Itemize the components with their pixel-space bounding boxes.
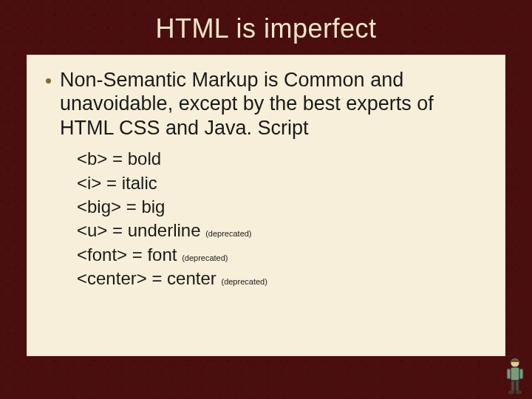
svg-rect-2 [507,369,511,379]
svg-point-7 [516,391,522,395]
svg-rect-1 [511,367,519,381]
person-icon [502,356,528,395]
tag-text: <font> [77,245,127,265]
sub-list: <b> = bold <i> = italic <big> = big <u> … [77,147,486,290]
svg-rect-5 [516,381,519,391]
list-item: <center> = center (deprecated) [77,267,486,290]
deprecated-note: (deprecated) [182,253,228,262]
bullet-icon [46,78,51,83]
slide: HTML is imperfect Non-Semantic Markup is… [0,0,532,399]
deprecated-note: (deprecated) [205,229,251,238]
tag-label: = italic [101,173,157,193]
tag-text: <big> [77,197,121,216]
list-item: <b> = bold [77,147,486,171]
list-item: <big> = big [77,195,486,219]
tag-text: <center> [77,268,147,288]
svg-point-6 [508,391,514,395]
content-box: Non-Semantic Markup is Common and unavoi… [27,55,505,356]
tag-label: = underline [107,220,205,240]
list-item: <i> = italic [77,171,486,195]
tag-text: <i> [77,173,101,193]
list-item: <font> = font (deprecated) [77,243,486,267]
tag-text: <b> [77,149,107,168]
svg-rect-3 [519,369,523,379]
tag-text: <u> [77,220,107,240]
svg-rect-4 [511,381,514,391]
bullet-row: Non-Semantic Markup is Common and unavoi… [46,68,486,140]
bullet-text: Non-Semantic Markup is Common and unavoi… [60,68,486,140]
slide-title: HTML is imperfect [0,0,532,55]
list-item: <u> = underline (deprecated) [77,219,486,242]
tag-label: = bold [107,149,161,168]
tag-label: = font [127,245,182,265]
tag-label: = big [121,197,165,216]
deprecated-note: (deprecated) [221,277,267,286]
tag-label: = center [147,268,222,288]
